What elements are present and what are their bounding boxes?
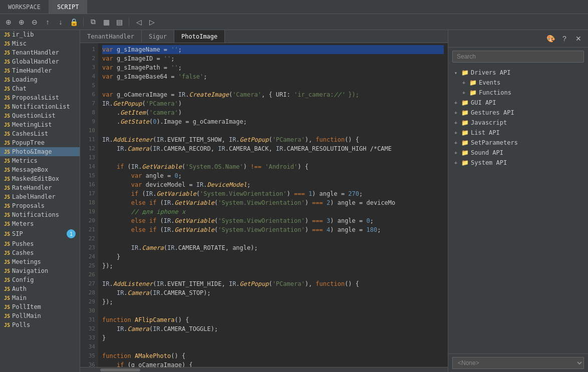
expand-plus-icon[interactable]: + bbox=[454, 160, 461, 166]
left-item-metrics[interactable]: JSMetrics bbox=[0, 156, 80, 165]
expand-plus-icon[interactable]: + bbox=[462, 90, 469, 96]
code-line[interactable]: IR.AddListener(IR.EVENT_ITEM_HIDE, IR.Ge… bbox=[102, 279, 444, 288]
code-line[interactable]: var g_sImageName = ''; bbox=[102, 45, 444, 54]
left-item-photo-image[interactable]: JSPhoto&Image bbox=[0, 147, 80, 156]
search-input[interactable] bbox=[452, 51, 584, 63]
code-line[interactable]: } bbox=[102, 333, 444, 342]
left-item-pollmain[interactable]: JSPollMain bbox=[0, 311, 80, 320]
expand-plus-icon[interactable]: + bbox=[454, 110, 461, 116]
left-item-labelhandler[interactable]: JSLabelHandler bbox=[0, 192, 80, 201]
left-item-navigation[interactable]: JSNavigation bbox=[0, 266, 80, 275]
left-item-misc[interactable]: JSMisc bbox=[0, 39, 80, 48]
code-line[interactable]: function AFlipCamera() { bbox=[102, 315, 444, 324]
tree-item-sound-api[interactable]: +📁Sound API bbox=[448, 148, 588, 158]
code-line[interactable]: IR.Camera(IR.CAMERA_ROTATE, angle); bbox=[102, 243, 444, 252]
code-line[interactable]: }); bbox=[102, 261, 444, 270]
none-select[interactable]: <None> bbox=[452, 357, 584, 369]
code-line[interactable]: var g_sImageID = ''; bbox=[102, 54, 444, 63]
add-button[interactable]: ⊕ bbox=[3, 17, 14, 28]
code-line[interactable] bbox=[102, 81, 444, 90]
tab-photoimage[interactable]: PhotoImage bbox=[174, 30, 225, 43]
expand-plus-icon[interactable]: + bbox=[454, 140, 461, 146]
horizontal-scrollbar[interactable] bbox=[80, 367, 448, 372]
left-item-meetinglist[interactable]: JSMeetingList bbox=[0, 120, 80, 129]
tab-workspace[interactable]: WORKSPACE bbox=[0, 0, 49, 14]
help-button[interactable]: ? bbox=[559, 33, 570, 44]
color-wheel-button[interactable]: 🎨 bbox=[545, 33, 556, 44]
code-line[interactable] bbox=[102, 306, 444, 315]
code-line[interactable] bbox=[102, 342, 444, 351]
code-line[interactable]: var angle = 0; bbox=[102, 171, 444, 180]
left-item-maskededitbox[interactable]: JSMaskedEditBox bbox=[0, 174, 80, 183]
code-line[interactable] bbox=[102, 270, 444, 279]
tree-item-drivers-api[interactable]: ▾📁Drivers API bbox=[448, 68, 588, 78]
code-line[interactable]: var g_sImagePath = ''; bbox=[102, 63, 444, 72]
left-item-chat[interactable]: JSChat bbox=[0, 84, 80, 93]
arrow-up-button[interactable]: ↑ bbox=[42, 17, 53, 28]
plus-circle-button[interactable]: ⊕ bbox=[16, 17, 27, 28]
code-line[interactable] bbox=[102, 153, 444, 162]
left-item-auth[interactable]: JSAuth bbox=[0, 284, 80, 293]
left-item-cashes[interactable]: JSCashes bbox=[0, 248, 80, 257]
code-line[interactable]: // для iphone x bbox=[102, 207, 444, 216]
left-item-meetings[interactable]: JSMeetings bbox=[0, 257, 80, 266]
code-line[interactable]: if (g_oCameraImage) { bbox=[102, 360, 444, 367]
left-item-config[interactable]: JSConfig bbox=[0, 275, 80, 284]
left-item-casheslist[interactable]: JSCashesList bbox=[0, 129, 80, 138]
expand-plus-icon[interactable]: + bbox=[462, 80, 469, 86]
code-line[interactable] bbox=[102, 126, 444, 135]
left-item-pollitem[interactable]: JSPollItem bbox=[0, 302, 80, 311]
tree-item-setparameters[interactable]: +📁SetParameters bbox=[448, 138, 588, 148]
left-item-sip[interactable]: JSSIP1 bbox=[0, 228, 80, 239]
tree-item-functions[interactable]: +📁Functions bbox=[448, 88, 588, 98]
code-editor[interactable]: 1234567891011121314151617181920212223242… bbox=[80, 43, 448, 367]
left-item-main[interactable]: JSMain bbox=[0, 293, 80, 302]
code-line[interactable]: else if (IR.GetVariable('System.ViewOrie… bbox=[102, 198, 444, 207]
code-line[interactable]: if (IR.GetVariable('System.ViewOrientati… bbox=[102, 189, 444, 198]
code-line[interactable]: IR.Camera(IR.CAMERA_RECORD, IR.CAMERA_BA… bbox=[102, 144, 444, 153]
left-item-meters[interactable]: JSMeters bbox=[0, 219, 80, 228]
tree-item-gestures-api[interactable]: +📁Gestures API bbox=[448, 108, 588, 118]
code-line[interactable]: IR.Camera(IR.CAMERA_TOGGLE); bbox=[102, 324, 444, 333]
code-line[interactable]: IR.AddListener(IR.EVENT_ITEM_SHOW, IR.Ge… bbox=[102, 135, 444, 144]
code-line[interactable] bbox=[102, 234, 444, 243]
left-item-polls[interactable]: JSPolls bbox=[0, 320, 80, 329]
code-line[interactable]: else if (IR.GetVariable('System.ViewOrie… bbox=[102, 216, 444, 225]
left-item-proposals[interactable]: JSProposals bbox=[0, 201, 80, 210]
expand-plus-icon[interactable]: + bbox=[454, 130, 461, 136]
tab-tenanthandler[interactable]: TenantHandler bbox=[80, 30, 142, 43]
left-item-popuptree[interactable]: JSPopupTree bbox=[0, 138, 80, 147]
tree-item-gui-api[interactable]: +📁GUI API bbox=[448, 98, 588, 108]
expand-plus-icon[interactable]: + bbox=[454, 120, 461, 126]
left-item-tenanthandler[interactable]: JSTenantHandler bbox=[0, 48, 80, 57]
code-line[interactable]: IR.GetPopup('PCamera') bbox=[102, 99, 444, 108]
undo-button[interactable]: ◁ bbox=[133, 17, 144, 28]
left-item-notifications[interactable]: JSNotifications bbox=[0, 210, 80, 219]
lock-button[interactable]: 🔒 bbox=[68, 17, 79, 28]
close-right-button[interactable]: ✕ bbox=[573, 33, 584, 44]
tab-script[interactable]: SCRIPT bbox=[49, 0, 87, 14]
code-line[interactable]: var g_oCameraImage = IR.CreateImage('Cam… bbox=[102, 90, 444, 99]
expand-plus-icon[interactable]: + bbox=[454, 150, 461, 156]
code-line[interactable]: }); bbox=[102, 297, 444, 306]
left-item-messagebox[interactable]: JSMessageBox bbox=[0, 165, 80, 174]
left-item-questionlist[interactable]: JSQuestionList bbox=[0, 111, 80, 120]
redo-button[interactable]: ▷ bbox=[146, 17, 157, 28]
left-item-loading[interactable]: JSLoading bbox=[0, 75, 80, 84]
grid-button[interactable]: ▦ bbox=[101, 17, 112, 28]
expand-arrow-icon[interactable]: ▾ bbox=[454, 70, 461, 76]
left-item-proposalslist[interactable]: JSProposalsList bbox=[0, 93, 80, 102]
code-line[interactable]: .GetItem('camera') bbox=[102, 108, 444, 117]
code-line[interactable]: IR.Camera(IR.CAMERA_STOP); bbox=[102, 288, 444, 297]
code-line[interactable]: else if (IR.GetVariable('System.ViewOrie… bbox=[102, 225, 444, 234]
tree-item-events[interactable]: +📁Events bbox=[448, 78, 588, 88]
left-item-ratehandler[interactable]: JSRateHandler bbox=[0, 183, 80, 192]
grid2-button[interactable]: ▤ bbox=[114, 17, 125, 28]
code-line[interactable]: .GetState(0).Image = g_oCameraImage; bbox=[102, 117, 444, 126]
code-line[interactable]: var deviceModel = IR.DeviceModel; bbox=[102, 180, 444, 189]
tree-item-system-api[interactable]: +📁System API bbox=[448, 158, 588, 168]
left-item-globalhandler[interactable]: JSGlobalHandler bbox=[0, 57, 80, 66]
code-line[interactable]: } bbox=[102, 252, 444, 261]
left-item-pushes[interactable]: JSPushes bbox=[0, 239, 80, 248]
tree-item-list-api[interactable]: +📁List API bbox=[448, 128, 588, 138]
